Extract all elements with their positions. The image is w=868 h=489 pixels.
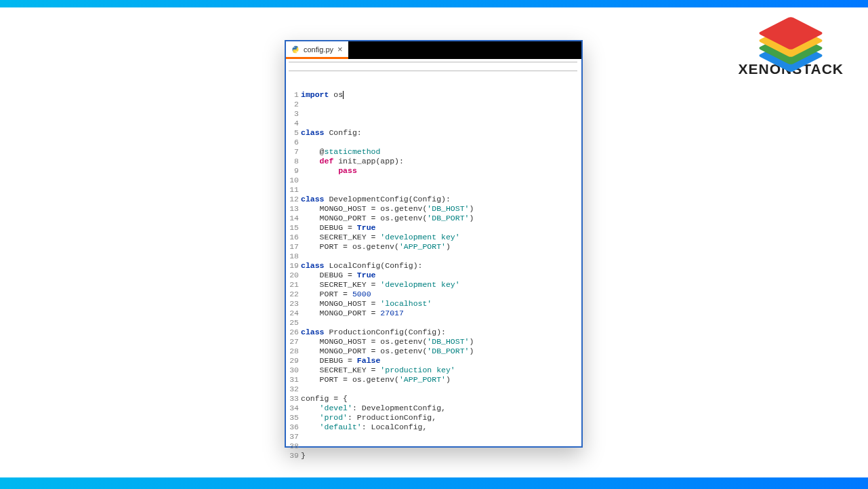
line-number: 37 — [289, 432, 301, 442]
code-content — [301, 138, 577, 147]
code-content: DEBUG = True — [301, 271, 577, 280]
line-number: 7 — [289, 147, 301, 157]
code-content: SECRET_KEY = 'development key' — [301, 233, 577, 242]
line-number: 12 — [289, 195, 301, 204]
code-editor-window: config.py × 1import os2 3 4 5class Confi… — [285, 40, 583, 448]
line-number: 29 — [289, 356, 301, 366]
code-content: DEBUG = True — [301, 223, 577, 233]
code-content: MONGO_HOST = 'localhost' — [301, 299, 577, 309]
code-content — [301, 100, 577, 109]
code-content: SECRET_KEY = 'production key' — [301, 366, 577, 375]
code-line: 31 PORT = os.getenv('APP_PORT') — [289, 375, 577, 385]
code-content: MONGO_PORT = 27017 — [301, 309, 577, 318]
code-content — [301, 119, 577, 128]
line-number: 28 — [289, 347, 301, 356]
line-number: 5 — [289, 128, 301, 138]
code-line: 13 MONGO_HOST = os.getenv('DB_HOST') — [289, 204, 577, 214]
line-number: 6 — [289, 138, 301, 147]
code-content: pass — [301, 166, 577, 176]
code-line: 33config = { — [289, 394, 577, 404]
code-content: class LocalConfig(Config): — [301, 261, 577, 271]
code-line: 25 — [289, 318, 577, 328]
top-accent-bar — [0, 0, 868, 7]
code-content: class ProductionConfig(Config): — [301, 328, 577, 337]
line-number: 10 — [289, 176, 301, 185]
code-line: 8 def init_app(app): — [289, 157, 577, 166]
code-line: 39} — [289, 451, 577, 461]
code-line: 16 SECRET_KEY = 'development key' — [289, 233, 577, 242]
code-line: 14 MONGO_PORT = os.getenv('DB_PORT') — [289, 214, 577, 223]
code-line: 2 — [289, 100, 577, 109]
code-line: 11 — [289, 185, 577, 195]
line-number: 11 — [289, 185, 301, 195]
code-line: 1import os — [289, 90, 577, 100]
line-number: 13 — [289, 204, 301, 214]
code-content: 'devel': DevelopmentConfig, — [301, 404, 577, 413]
code-content: 'prod': ProductionConfig, — [301, 413, 577, 423]
code-line: 22 PORT = 5000 — [289, 290, 577, 299]
line-number: 39 — [289, 451, 301, 461]
line-number: 34 — [289, 404, 301, 413]
code-content — [301, 176, 577, 185]
brand-logo-mark — [769, 15, 812, 57]
code-content — [301, 385, 577, 394]
code-line: 17 PORT = os.getenv('APP_PORT') — [289, 242, 577, 252]
line-number: 35 — [289, 413, 301, 423]
code-line: 5class Config: — [289, 128, 577, 138]
line-number: 20 — [289, 271, 301, 280]
line-number: 14 — [289, 214, 301, 223]
code-content: } — [301, 451, 577, 461]
editor-tab-active[interactable]: config.py × — [286, 41, 348, 59]
line-number: 24 — [289, 309, 301, 318]
line-number: 9 — [289, 166, 301, 176]
code-content — [301, 185, 577, 195]
code-content: config = { — [301, 394, 577, 404]
line-number: 16 — [289, 233, 301, 242]
line-number: 27 — [289, 337, 301, 347]
line-number: 8 — [289, 157, 301, 166]
active-line-highlight — [289, 62, 577, 71]
text-cursor — [343, 91, 344, 99]
code-line: 6 — [289, 138, 577, 147]
close-icon[interactable]: × — [337, 45, 343, 54]
line-number: 19 — [289, 261, 301, 271]
line-number: 4 — [289, 119, 301, 128]
code-content: def init_app(app): — [301, 157, 577, 166]
code-content — [301, 109, 577, 119]
code-content: MONGO_HOST = os.getenv('DB_HOST') — [301, 204, 577, 214]
code-line: 36 'default': LocalConfig, — [289, 423, 577, 432]
code-content — [301, 442, 577, 451]
line-number: 38 — [289, 442, 301, 451]
code-line: 38 — [289, 442, 577, 451]
line-number: 25 — [289, 318, 301, 328]
code-content: import os — [301, 90, 577, 100]
code-line: 37 — [289, 432, 577, 442]
line-number: 3 — [289, 109, 301, 119]
code-content — [301, 252, 577, 261]
code-line: 4 — [289, 119, 577, 128]
code-line: 9 pass — [289, 166, 577, 176]
code-line: 23 MONGO_HOST = 'localhost' — [289, 299, 577, 309]
code-line: 32 — [289, 385, 577, 394]
code-line: 15 DEBUG = True — [289, 223, 577, 233]
code-area[interactable]: 1import os2 3 4 5class Config:6 7 @stati… — [286, 59, 581, 485]
line-number: 36 — [289, 423, 301, 432]
code-line: 34 'devel': DevelopmentConfig, — [289, 404, 577, 413]
code-line: 35 'prod': ProductionConfig, — [289, 413, 577, 423]
code-content: PORT = os.getenv('APP_PORT') — [301, 375, 577, 385]
code-line: 3 — [289, 109, 577, 119]
code-content — [301, 318, 577, 328]
line-number: 32 — [289, 385, 301, 394]
line-number: 17 — [289, 242, 301, 252]
code-line: 28 MONGO_PORT = os.getenv('DB_PORT') — [289, 347, 577, 356]
line-number: 2 — [289, 100, 301, 109]
code-line: 18 — [289, 252, 577, 261]
line-number: 31 — [289, 375, 301, 385]
code-line: 27 MONGO_HOST = os.getenv('DB_HOST') — [289, 337, 577, 347]
code-line: 20 DEBUG = True — [289, 271, 577, 280]
line-number: 33 — [289, 394, 301, 404]
python-file-icon — [291, 45, 299, 54]
line-number: 21 — [289, 280, 301, 290]
code-content: class DevelopmentConfig(Config): — [301, 195, 577, 204]
code-line: 30 SECRET_KEY = 'production key' — [289, 366, 577, 375]
